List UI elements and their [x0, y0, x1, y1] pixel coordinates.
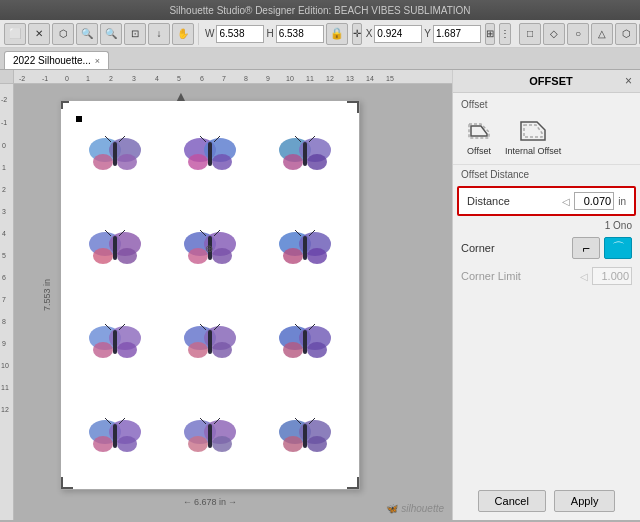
corner-mark-br: [347, 477, 359, 489]
ruler-tick-11: 11: [306, 75, 314, 82]
svg-point-73: [188, 436, 208, 452]
w-label: W: [205, 28, 214, 39]
svg-point-10: [212, 154, 232, 170]
butterfly-grid: ⊕: [61, 101, 359, 489]
cancel-button[interactable]: Cancel: [478, 490, 546, 512]
ruler-tick-12: 12: [326, 75, 334, 82]
toolbar-grid-btn[interactable]: ⊞: [485, 23, 495, 45]
toolbar-zoom-out[interactable]: 🔍: [76, 23, 98, 45]
tab-close-btn[interactable]: ×: [95, 56, 100, 66]
ruler-tick-3: 3: [132, 75, 136, 82]
distance-slider-icon: ◁: [562, 196, 570, 207]
butterfly-3: [260, 109, 351, 199]
ruler-tick-2: 2: [109, 75, 113, 82]
ruler-v-tick--1: -1: [1, 119, 7, 126]
toolbar-btn3[interactable]: ⬡: [52, 23, 74, 45]
corner-mark-tl: [61, 101, 69, 109]
internal-offset-btn[interactable]: Internal Offset: [503, 114, 563, 158]
svg-rect-61: [303, 330, 307, 354]
ruler-tick-1: 1: [86, 75, 90, 82]
ruler-tick-13: 13: [346, 75, 354, 82]
svg-rect-82: [303, 424, 307, 448]
xy-input-group: X Y: [366, 25, 481, 43]
ruler-v-tick-5: 5: [2, 252, 6, 259]
scroll-up-arrow[interactable]: ▲: [174, 88, 188, 104]
butterfly-4: [69, 203, 160, 293]
main-area: -2 -1 0 1 2 3 4 5 6 7 8 9 10 11 12 13 14…: [0, 70, 640, 520]
canvas-scroll: -2 -1 0 1 2 3 4 5 6 7 8 9 10 11 12 ▲: [0, 84, 452, 520]
corner-btn-round[interactable]: ⌒: [604, 237, 632, 259]
butterfly-7: [69, 297, 160, 387]
toolbar-new-btn[interactable]: ⬜: [4, 23, 26, 45]
title-bar: Silhouette Studio® Designer Edition: BEA…: [0, 0, 640, 20]
tab-bar: 2022 Silhouette... ×: [0, 48, 640, 70]
x-input[interactable]: [374, 25, 422, 43]
distance-row: Distance ◁ in: [457, 186, 636, 216]
svg-rect-54: [208, 330, 212, 354]
butterfly-12: [260, 391, 351, 481]
distance-input[interactable]: [574, 192, 614, 210]
y-label: Y: [424, 28, 431, 39]
toolbar-shape-btn3[interactable]: ○: [567, 23, 589, 45]
butterfly-5: ⊕: [164, 203, 255, 293]
svg-point-45: [93, 342, 113, 358]
ruler-v-tick-0: 0: [2, 142, 6, 149]
toolbar-shape-btn2[interactable]: ◇: [543, 23, 565, 45]
h-input[interactable]: [276, 25, 324, 43]
w-input[interactable]: [216, 25, 264, 43]
corner-mark-bl: [61, 477, 73, 489]
panel-title: OFFSET: [477, 75, 625, 87]
panel-close-btn[interactable]: ×: [625, 74, 632, 88]
distance-unit: in: [618, 196, 626, 207]
document-tab[interactable]: 2022 Silhouette... ×: [4, 51, 109, 69]
toolbar-shape-btn4[interactable]: △: [591, 23, 613, 45]
svg-point-67: [117, 436, 137, 452]
toolbar-shape-btn1[interactable]: □: [519, 23, 541, 45]
ono-label: 1 Ono: [453, 220, 640, 233]
ruler-tick-4: 4: [155, 75, 159, 82]
offset-panel: OFFSET × Offset Offset: [452, 70, 640, 520]
ruler-tick-9: 9: [266, 75, 270, 82]
main-toolbar: ⬜ ✕ ⬡ 🔍 🔍 ⊡ ↓ ✋ W H 🔒 ✛ X Y ⊞ ⋮ □ ◇ ○ △ …: [0, 20, 640, 48]
toolbar-cross-btn[interactable]: ✛: [352, 23, 362, 45]
ruler-v-tick-1: 1: [2, 164, 6, 171]
offset-btn[interactable]: Offset: [461, 114, 497, 158]
canvas-area: -2 -1 0 1 2 3 4 5 6 7 8 9 10 11 12 13 14…: [0, 70, 452, 520]
svg-point-9: [188, 154, 208, 170]
x-label: X: [366, 28, 373, 39]
butterfly-8: [164, 297, 255, 387]
ruler-v-tick-12: 12: [1, 406, 9, 413]
toolbar-zoom-fit[interactable]: ⊡: [124, 23, 146, 45]
corner-btn-sharp[interactable]: ⌐: [572, 237, 600, 259]
toolbar-align-btn[interactable]: ⋮: [499, 23, 511, 45]
selection-corner-tl: [76, 116, 82, 122]
ruler-v-tick-7: 7: [2, 296, 6, 303]
svg-rect-11: [208, 142, 212, 166]
ruler-v-tick-4: 4: [2, 230, 6, 237]
svg-point-59: [283, 342, 303, 358]
svg-point-53: [212, 342, 232, 358]
toolbar-3d-btn[interactable]: ⬡: [615, 23, 637, 45]
ruler-tick-0: 0: [65, 75, 69, 82]
ruler-v-tick--2: -2: [1, 96, 7, 103]
corner-limit-input[interactable]: [592, 267, 632, 285]
corner-label: Corner: [461, 242, 568, 254]
ruler-tick-5: 5: [177, 75, 181, 82]
apply-button[interactable]: Apply: [554, 490, 616, 512]
svg-rect-4: [113, 142, 117, 166]
app-title: Silhouette Studio® Designer Edition: BEA…: [4, 5, 636, 16]
lock-icon[interactable]: 🔒: [326, 23, 348, 45]
svg-rect-68: [113, 424, 117, 448]
ruler-v-tick-10: 10: [1, 362, 9, 369]
svg-point-60: [307, 342, 327, 358]
ruler-tick--2: -2: [19, 75, 25, 82]
panel-header: OFFSET ×: [453, 70, 640, 93]
toolbar-btn2[interactable]: ✕: [28, 23, 50, 45]
toolbar-pan[interactable]: ✋: [172, 23, 194, 45]
toolbar-down[interactable]: ↓: [148, 23, 170, 45]
butterfly-1: [69, 109, 160, 199]
ruler-tick--1: -1: [42, 75, 48, 82]
toolbar-zoom-in[interactable]: 🔍: [100, 23, 122, 45]
ruler-tick-8: 8: [244, 75, 248, 82]
y-input[interactable]: [433, 25, 481, 43]
